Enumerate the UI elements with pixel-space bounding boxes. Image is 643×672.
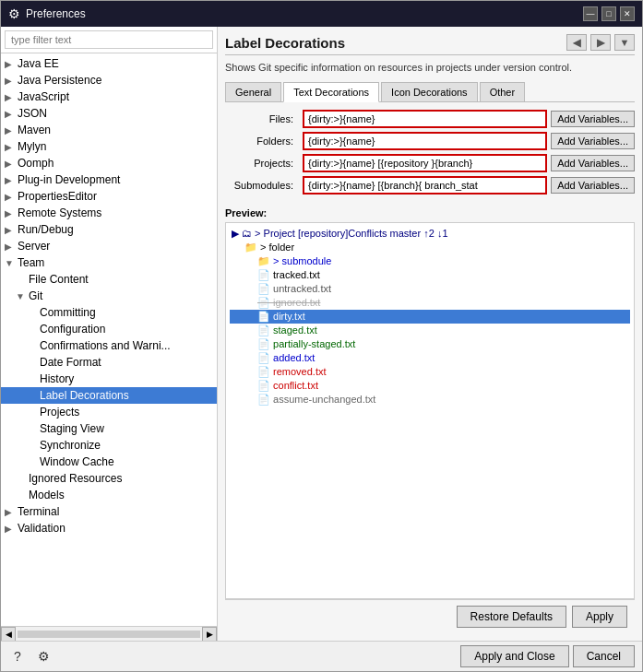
sidebar-item-mylyn[interactable]: ▶Mylyn (1, 138, 217, 155)
preview-item-label-8: 📄 partially-staged.txt (257, 338, 355, 350)
tab-icon-decorations[interactable]: Icon Decorations (381, 82, 478, 101)
sidebar-item-label-projects: Projects (40, 406, 79, 419)
sidebar-item-label-configuration: Configuration (40, 323, 105, 336)
bottom-buttons: Restore Defaults Apply (225, 599, 635, 633)
sidebar-item-label-maven: Maven (18, 124, 51, 136)
sidebar-item-configuration[interactable]: Configuration (1, 321, 217, 337)
field-input-3[interactable] (303, 176, 547, 195)
search-input[interactable] (5, 30, 213, 49)
tree-arrow-plugin-dev: ▶ (5, 175, 18, 185)
field-btn-0[interactable]: Add Variables... (551, 111, 635, 127)
sidebar-item-label-date-format: Date Format (40, 356, 101, 369)
sidebar-item-java-persistence[interactable]: ▶Java Persistence (1, 72, 217, 88)
nav-forward-button[interactable]: ▶ (590, 34, 611, 51)
tree-arrow-remote-systems: ▶ (5, 208, 18, 218)
sidebar-item-label-label-decorations: Label Decorations (40, 389, 129, 402)
sidebar-item-file-content[interactable]: File Content (1, 271, 217, 288)
sidebar-item-label-file-content: File Content (29, 273, 89, 286)
preview-item-label-4: 📄 untracked.txt (257, 283, 331, 295)
field-label-1: Folders: (225, 136, 299, 147)
sidebar-item-maven[interactable]: ▶Maven (1, 122, 217, 138)
sidebar-item-synchronize[interactable]: Synchronize (1, 437, 217, 454)
tree-arrow-mylyn: ▶ (5, 142, 18, 152)
field-input-2[interactable] (303, 154, 547, 172)
sidebar-item-run-debug[interactable]: ▶Run/Debug (1, 221, 217, 238)
window-controls: — □ ✕ (583, 6, 635, 21)
sidebar-item-java-ee[interactable]: ▶Java EE (1, 55, 217, 72)
cancel-button[interactable]: Cancel (573, 645, 635, 667)
sidebar-item-git[interactable]: ▼Git (1, 288, 217, 304)
field-row-1: Folders:Add Variables... (225, 132, 635, 150)
tree-arrow-git: ▼ (16, 291, 29, 301)
tab-other[interactable]: Other (480, 82, 526, 101)
sidebar-item-remote-systems[interactable]: ▶Remote Systems (1, 205, 217, 221)
sidebar-item-models[interactable]: Models (1, 487, 217, 503)
help-icon[interactable]: ? (8, 647, 27, 666)
sidebar-item-server[interactable]: ▶Server (1, 238, 217, 254)
preview-item-label-6: 📄 dirty.txt (257, 311, 305, 323)
sidebar-item-label-remote-systems: Remote Systems (18, 206, 101, 219)
close-button[interactable]: ✕ (620, 6, 635, 21)
sidebar-item-window-cache[interactable]: Window Cache (1, 454, 217, 470)
scroll-right-button[interactable]: ▶ (202, 627, 217, 642)
sidebar-item-json[interactable]: ▶JSON (1, 105, 217, 122)
field-row-2: Projects:Add Variables... (225, 154, 635, 172)
preview-item-2: 📁 > submodule (230, 254, 630, 268)
footer-icons: ? ⚙ (8, 647, 53, 666)
sidebar-item-label-properties-editor: PropertiesEditor (18, 190, 97, 203)
preview-item-4: 📄 untracked.txt (230, 282, 630, 296)
preview-item-5: 📄 ignored.txt (230, 296, 630, 310)
field-btn-1[interactable]: Add Variables... (551, 133, 635, 149)
preview-item-6: 📄 dirty.txt (230, 310, 630, 324)
sidebar-item-oomph[interactable]: ▶Oomph (1, 155, 217, 171)
preview-label: Preview: (225, 207, 635, 218)
sidebar-item-label-window-cache: Window Cache (40, 455, 114, 468)
sidebar-item-label-history: History (40, 372, 74, 385)
settings-icon[interactable]: ⚙ (34, 647, 53, 666)
apply-and-close-button[interactable]: Apply and Close (460, 645, 568, 667)
sidebar-item-label-oomph: Oomph (18, 157, 54, 170)
sidebar-item-validation[interactable]: ▶Validation (1, 520, 217, 536)
nav-dropdown-button[interactable]: ▼ (614, 34, 635, 51)
sidebar-item-date-format[interactable]: Date Format (1, 354, 217, 371)
tab-text-decorations[interactable]: Text Decorations (283, 82, 379, 102)
sidebar-item-confirmations[interactable]: Confirmations and Warni... (1, 337, 217, 354)
sidebar-item-plugin-dev[interactable]: ▶Plug-in Development (1, 171, 217, 188)
minimize-button[interactable]: — (583, 6, 598, 21)
content-area: ▶Java EE▶Java Persistence▶JavaScript▶JSO… (1, 27, 642, 641)
sidebar-item-javascript[interactable]: ▶JavaScript (1, 88, 217, 105)
preview-tree: ▶ 🗂 > Project [repository]Conflicts mast… (225, 222, 635, 599)
sidebar-scrollbar: ◀ ▶ (1, 626, 217, 641)
apply-button[interactable]: Apply (572, 606, 627, 628)
sidebar-item-label-decorations[interactable]: Label Decorations (1, 387, 217, 404)
panel-title-text: Label Decorations (225, 35, 345, 51)
sidebar: ▶Java EE▶Java Persistence▶JavaScript▶JSO… (1, 27, 218, 641)
title-bar: ⚙ Preferences — □ ✕ (1, 1, 642, 27)
tab-general[interactable]: General (225, 82, 281, 101)
nav-back-button[interactable]: ◀ (566, 34, 587, 51)
sidebar-item-label-ignored-resources: Ignored Resources (29, 472, 122, 485)
sidebar-item-terminal[interactable]: ▶Terminal (1, 503, 217, 520)
field-btn-3[interactable]: Add Variables... (551, 177, 635, 194)
sidebar-item-committing[interactable]: Committing (1, 304, 217, 321)
sidebar-item-projects[interactable]: Projects (1, 404, 217, 420)
restore-defaults-button[interactable]: Restore Defaults (457, 606, 566, 628)
tree-arrow-json: ▶ (5, 109, 18, 119)
field-input-0[interactable] (303, 110, 547, 128)
field-btn-2[interactable]: Add Variables... (551, 155, 635, 171)
field-label-3: Submodules: (225, 180, 299, 191)
preview-item-label-5: 📄 ignored.txt (257, 297, 320, 309)
sidebar-item-staging-view[interactable]: Staging View (1, 420, 217, 437)
preview-item-12: 📄 assume-unchanged.txt (230, 393, 630, 407)
sidebar-item-label-models: Models (29, 489, 65, 501)
maximize-button[interactable]: □ (601, 6, 616, 21)
field-input-1[interactable] (303, 132, 547, 150)
sidebar-item-label-git: Git (29, 289, 42, 302)
sidebar-item-team[interactable]: ▼Team (1, 254, 217, 271)
sidebar-item-history[interactable]: History (1, 371, 217, 387)
scroll-left-button[interactable]: ◀ (1, 627, 16, 642)
preview-item-7: 📄 staged.txt (230, 324, 630, 337)
preview-item-label-12: 📄 assume-unchanged.txt (257, 394, 375, 406)
sidebar-item-properties-editor[interactable]: ▶PropertiesEditor (1, 188, 217, 205)
sidebar-item-ignored-resources[interactable]: Ignored Resources (1, 470, 217, 487)
